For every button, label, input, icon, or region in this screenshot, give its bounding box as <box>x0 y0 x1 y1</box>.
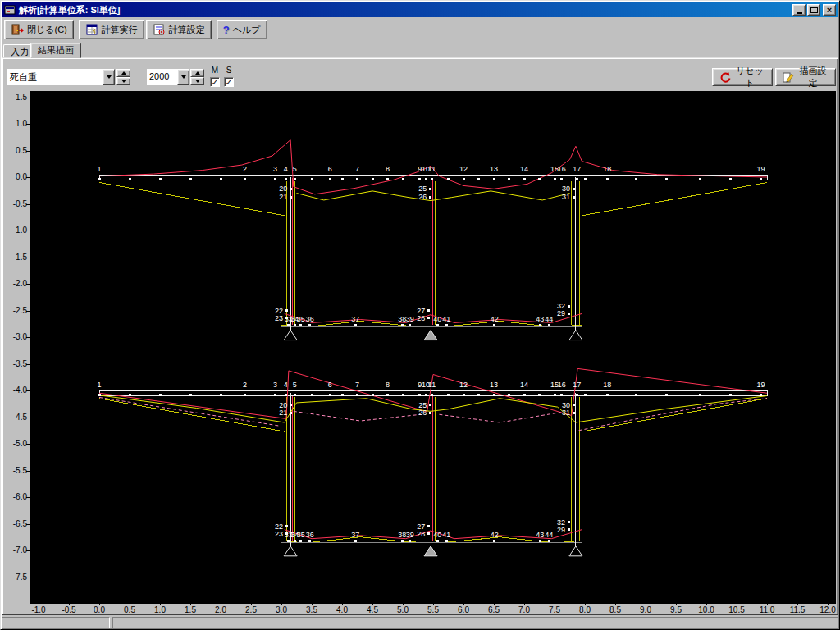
x-axis-tick-label: 8.0 <box>572 605 598 615</box>
node-label: 11 <box>428 165 436 173</box>
node-label: 2 <box>243 381 247 389</box>
node-label: 16 <box>558 165 566 173</box>
node-label: 2 <box>243 165 247 173</box>
node-label: 13 <box>490 165 498 173</box>
y-axis-tick-label: -3.5 <box>4 359 27 368</box>
y-axis-tick <box>26 177 30 178</box>
x-axis-tick <box>342 603 343 605</box>
x-axis-tick <box>281 603 282 605</box>
spin-down-icon[interactable] <box>116 77 130 85</box>
y-axis-tick <box>26 124 30 125</box>
node-label: 39 <box>406 315 414 323</box>
scale-select[interactable]: 2000 <box>147 69 189 85</box>
calc-run-button[interactable]: 計算実行 <box>79 20 144 39</box>
x-axis-tick-label: 9.5 <box>663 605 689 615</box>
y-axis-tick-label: -4.0 <box>4 386 27 395</box>
button-label: 計算実行 <box>102 24 138 36</box>
node-label: 12 <box>459 165 468 173</box>
x-axis-tick-label: 4.0 <box>329 605 355 615</box>
support-icon <box>569 546 582 556</box>
button-label: ヘルプ <box>233 24 261 36</box>
reset-icon <box>719 71 731 83</box>
y-axis-tick-label: -7.5 <box>4 573 27 582</box>
node-label: 26 <box>418 409 427 417</box>
load-case-select[interactable]: 死自重 <box>7 69 115 85</box>
node-label: 42 <box>491 531 499 539</box>
reset-button[interactable]: リセット <box>712 68 773 86</box>
scale-spinner[interactable] <box>190 69 204 85</box>
x-axis-tick <box>221 603 221 605</box>
node-label: 3 <box>273 381 277 389</box>
close-button[interactable]: × <box>823 4 836 16</box>
support-icon <box>424 331 437 340</box>
y-axis-tick-label: -2.5 <box>4 306 27 315</box>
node-label: 44 <box>545 531 553 539</box>
tab-label: 入力 <box>11 47 29 57</box>
close-app-button[interactable]: 閉じる(C) <box>4 20 74 39</box>
node-label: 41 <box>442 531 450 539</box>
x-axis-tick-label: 10.0 <box>693 605 719 615</box>
y-axis-tick <box>26 444 30 445</box>
x-axis-tick-label: -0.5 <box>56 605 82 615</box>
minimize-button[interactable] <box>792 4 806 16</box>
calc-run-icon <box>85 23 98 36</box>
node-label: 17 <box>573 381 581 389</box>
node-label: 7 <box>355 381 359 389</box>
node-label: 4 <box>284 381 288 389</box>
node-label: 44 <box>545 315 553 323</box>
button-label: 閉じる(C) <box>27 24 67 36</box>
x-axis-tick <box>797 603 798 605</box>
x-axis-tick <box>130 603 130 605</box>
shear-diagram: 1234567891011121314151617181933343536373… <box>97 368 767 555</box>
moment-checkbox[interactable]: ✓ <box>210 77 220 87</box>
x-axis-tick-label: 7.0 <box>511 605 537 615</box>
result-plot-canvas[interactable]: 1234567891011121314151617181933343536373… <box>30 91 836 604</box>
node-label: 40 <box>433 531 441 539</box>
node-label: 36 <box>306 531 314 539</box>
node-label: 21 <box>279 193 287 201</box>
tab-result-drawing[interactable]: 結果描画 <box>30 43 81 58</box>
y-axis-tick <box>26 311 30 312</box>
y-axis-tick <box>26 550 30 551</box>
chevron-down-icon[interactable] <box>177 69 189 85</box>
x-axis-tick-label: 8.5 <box>602 605 628 615</box>
x-axis-tick <box>646 603 646 605</box>
y-axis-tick <box>26 337 30 338</box>
x-axis-tick-label: 12.0 <box>815 605 840 615</box>
node-label: 42 <box>491 315 499 323</box>
node-label: 1 <box>97 381 101 389</box>
spin-down-icon[interactable] <box>190 77 204 85</box>
shear-checkbox[interactable]: ✓ <box>224 77 234 87</box>
node-label: 8 <box>386 381 390 389</box>
button-label: リセット <box>734 65 765 89</box>
load-case-spinner[interactable] <box>116 69 130 85</box>
chevron-down-icon[interactable] <box>103 69 115 85</box>
x-axis-tick-label: 11.0 <box>754 605 780 615</box>
node-label: 30 <box>562 401 570 409</box>
maximize-button[interactable] <box>807 4 820 16</box>
y-axis-tick-label: -4.5 <box>4 413 27 422</box>
y-axis-tick <box>26 471 30 472</box>
x-axis-tick <box>615 603 616 605</box>
node-label: 1 <box>97 165 101 173</box>
load-case-value: 死自重 <box>7 69 103 85</box>
y-axis-tick <box>26 524 30 525</box>
spin-up-icon[interactable] <box>190 69 204 77</box>
app-icon <box>4 4 16 16</box>
status-panel-right <box>112 617 838 628</box>
x-axis-tick-label: 6.5 <box>481 605 507 615</box>
y-axis-tick-label: -1.5 <box>4 253 27 262</box>
help-button[interactable]: ? ヘルプ <box>217 20 267 39</box>
spin-up-icon[interactable] <box>116 69 130 77</box>
button-label: 描画設定 <box>797 65 829 89</box>
calc-settings-button[interactable]: 計算設定 <box>146 20 212 39</box>
node-label: 6 <box>328 165 332 173</box>
x-axis-tick-label: 3.0 <box>268 605 294 615</box>
node-label: 38 <box>398 531 406 539</box>
x-axis-tick <box>190 603 191 605</box>
x-axis-tick <box>372 603 373 605</box>
draw-settings-button[interactable]: 描画設定 <box>775 68 836 86</box>
ms-checkbox-group: M ✓ S ✓ <box>209 66 235 87</box>
maximize-icon <box>810 7 818 13</box>
node-label: 28 <box>417 314 425 322</box>
